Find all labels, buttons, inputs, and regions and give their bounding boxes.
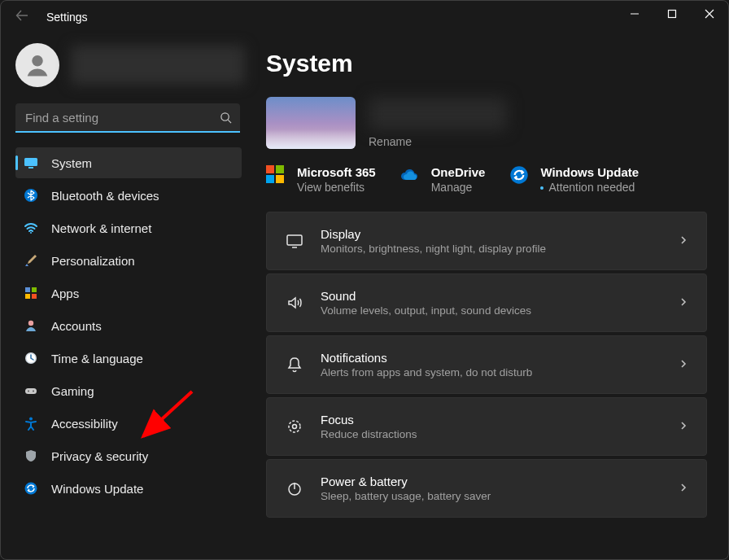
sound-icon [285,293,304,313]
service-windows-update[interactable]: Windows Update Attention needed [509,165,639,194]
card-sub: Volume levels, output, input, sound devi… [321,304,679,317]
sidebar-item-label: Apps [51,287,79,300]
card-title: Notifications [321,351,679,365]
svg-point-21 [289,421,300,432]
apps-icon [24,286,38,300]
sidebar-item-label: Gaming [51,384,94,398]
sidebar-item-system[interactable]: System [15,147,242,178]
device-thumbnail[interactable] [266,97,356,149]
svg-point-15 [28,391,29,392]
sidebar-item-time-language[interactable]: Time & language [15,343,242,374]
chevron-right-icon [679,234,688,248]
sidebar-item-label: Time & language [51,352,143,365]
svg-point-6 [30,232,32,234]
avatar [15,43,59,87]
chevron-right-icon [679,481,688,496]
svg-point-1 [32,55,43,67]
display-icon [285,231,304,251]
settings-card-focus[interactable]: Focus Reduce distractions [266,397,707,456]
svg-rect-8 [32,287,37,292]
minimize-button[interactable] [616,1,653,27]
svg-point-2 [221,113,229,120]
svg-rect-3 [24,158,37,166]
svg-rect-7 [25,287,30,292]
account-header[interactable] [15,40,245,90]
chevron-right-icon [679,295,688,310]
microsoft-logo-icon [266,165,287,186]
sidebar-item-label: Windows Update [51,482,143,496]
svg-rect-9 [25,294,30,299]
card-title: Sound [321,289,679,303]
svg-rect-4 [28,167,33,168]
service-sub: View benefits [297,181,376,194]
sidebar-item-windows-update[interactable]: Windows Update [15,473,242,504]
service-onedrive[interactable]: OneDrive Manage [400,165,486,194]
sidebar-item-accounts[interactable]: Accounts [15,310,242,341]
bluetooth-icon [24,188,38,203]
card-sub: Monitors, brightness, night light, displ… [321,243,679,255]
settings-card-power[interactable]: Power & battery Sleep, battery usage, ba… [266,459,707,518]
gamepad-icon [24,383,38,398]
svg-rect-10 [32,294,37,299]
sidebar-item-privacy[interactable]: Privacy & security [15,440,242,471]
update-icon [24,481,38,496]
svg-point-17 [29,418,33,421]
card-sub: Sleep, battery usage, battery saver [321,490,679,502]
wifi-icon [24,221,38,235]
settings-card-sound[interactable]: Sound Volume levels, output, input, soun… [266,273,707,332]
service-title: Microsoft 365 [297,165,376,179]
card-title: Focus [321,413,679,427]
sidebar-item-bluetooth[interactable]: Bluetooth & devices [15,180,242,211]
sidebar-item-label: System [51,156,92,170]
account-info-redacted [71,46,245,85]
card-sub: Reduce distractions [321,428,679,440]
clock-icon [24,351,38,365]
sidebar-item-gaming[interactable]: Gaming [15,375,242,406]
card-title: Power & battery [321,475,679,488]
power-icon [285,479,304,498]
card-sub: Alerts from apps and system, do not dist… [321,366,679,378]
card-title: Display [321,227,679,241]
back-button[interactable] [15,9,38,25]
svg-rect-0 [669,11,676,18]
maximize-button[interactable] [653,1,691,27]
sidebar-item-accessibility[interactable]: Accessibility [15,408,242,439]
brush-icon [24,253,38,268]
service-title: OneDrive [431,165,486,179]
sidebar-item-label: Network & internet [51,221,151,235]
sidebar-item-network[interactable]: Network & internet [15,212,242,243]
service-sub: Attention needed [540,181,639,194]
svg-point-19 [511,166,528,183]
settings-card-notifications[interactable]: Notifications Alerts from apps and syste… [266,335,707,394]
person-icon [24,318,38,333]
window-title: Settings [46,11,88,24]
close-button[interactable] [691,1,728,27]
nav-list: System Bluetooth & devices Network & int… [15,147,245,504]
settings-card-display[interactable]: Display Monitors, brightness, night ligh… [266,212,707,270]
rename-link[interactable]: Rename [369,135,507,148]
svg-point-18 [25,483,37,495]
focus-icon [285,417,304,436]
svg-point-11 [28,321,33,326]
chevron-right-icon [679,357,688,372]
system-icon [24,155,38,170]
service-title: Windows Update [540,165,639,179]
sidebar-item-label: Accounts [51,319,102,333]
search-input[interactable] [15,103,240,133]
svg-rect-14 [25,388,37,394]
sidebar-item-label: Bluetooth & devices [51,189,159,203]
sidebar-item-apps[interactable]: Apps [15,278,242,308]
sidebar-item-label: Privacy & security [51,449,148,463]
sidebar-item-label: Accessibility [51,417,118,431]
chevron-right-icon [679,419,688,434]
device-name-redacted [369,98,507,130]
onedrive-icon [400,165,421,186]
search-icon [220,112,232,127]
update-icon [509,165,530,186]
sidebar-item-label: Personalization [51,254,135,268]
bell-icon [285,355,304,374]
svg-rect-20 [287,235,302,245]
service-microsoft365[interactable]: Microsoft 365 View benefits [266,165,376,194]
sidebar-item-personalization[interactable]: Personalization [15,245,242,276]
svg-point-22 [293,425,297,429]
